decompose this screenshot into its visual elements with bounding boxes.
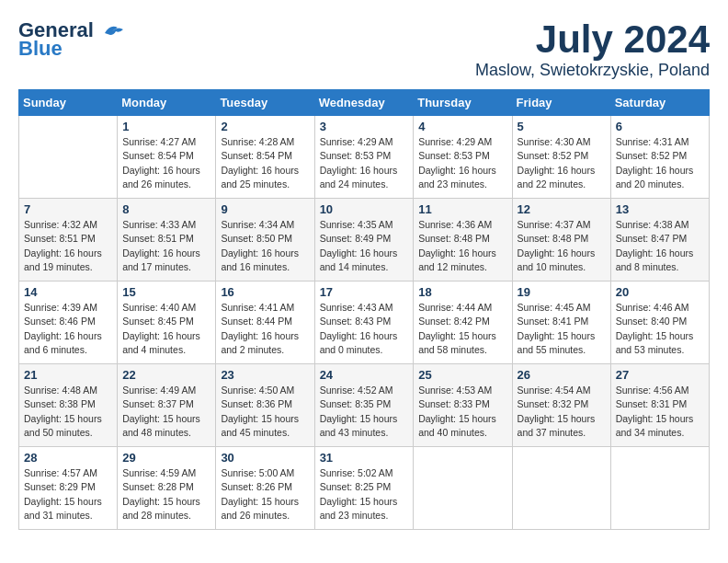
day-info: Sunrise: 4:28 AMSunset: 8:54 PMDaylight:…: [221, 135, 309, 191]
calendar-cell: 9Sunrise: 4:34 AMSunset: 8:50 PMDaylight…: [216, 199, 314, 282]
day-info: Sunrise: 4:50 AMSunset: 8:36 PMDaylight:…: [221, 384, 309, 440]
calendar-cell: 16Sunrise: 4:41 AMSunset: 8:44 PMDayligh…: [216, 282, 314, 364]
calendar-week-row: 7Sunrise: 4:32 AMSunset: 8:51 PMDaylight…: [19, 199, 710, 282]
month-year-title: July 2024: [475, 18, 710, 61]
calendar-cell: 13Sunrise: 4:38 AMSunset: 8:47 PMDayligh…: [610, 199, 709, 282]
day-number: 25: [418, 368, 506, 382]
day-number: 14: [24, 285, 112, 299]
calendar-cell: 23Sunrise: 4:50 AMSunset: 8:36 PMDayligh…: [216, 364, 314, 447]
calendar-cell: 11Sunrise: 4:36 AMSunset: 8:48 PMDayligh…: [414, 199, 512, 282]
day-info: Sunrise: 4:39 AMSunset: 8:46 PMDaylight:…: [24, 301, 112, 357]
calendar-cell: 27Sunrise: 4:56 AMSunset: 8:31 PMDayligh…: [610, 364, 709, 447]
day-number: 23: [221, 368, 309, 382]
day-info: Sunrise: 4:27 AMSunset: 8:54 PMDaylight:…: [122, 135, 210, 191]
day-number: 19: [518, 285, 606, 299]
calendar-cell: 21Sunrise: 4:48 AMSunset: 8:38 PMDayligh…: [19, 364, 118, 447]
calendar-cell: 22Sunrise: 4:49 AMSunset: 8:37 PMDayligh…: [118, 364, 216, 447]
day-info: Sunrise: 4:33 AMSunset: 8:51 PMDaylight:…: [122, 218, 210, 274]
calendar-cell: 15Sunrise: 4:40 AMSunset: 8:45 PMDayligh…: [118, 282, 216, 364]
day-info: Sunrise: 4:43 AMSunset: 8:43 PMDaylight:…: [320, 301, 409, 357]
day-info: Sunrise: 4:52 AMSunset: 8:35 PMDaylight:…: [320, 384, 409, 440]
day-info: Sunrise: 4:46 AMSunset: 8:40 PMDaylight:…: [616, 301, 704, 357]
day-number: 11: [418, 202, 506, 216]
calendar-cell: 20Sunrise: 4:46 AMSunset: 8:40 PMDayligh…: [610, 282, 709, 364]
calendar-cell: 26Sunrise: 4:54 AMSunset: 8:32 PMDayligh…: [512, 364, 610, 447]
day-number: 9: [221, 202, 309, 216]
day-info: Sunrise: 4:37 AMSunset: 8:48 PMDaylight:…: [518, 218, 606, 274]
day-info: Sunrise: 4:56 AMSunset: 8:31 PMDaylight:…: [616, 384, 704, 440]
day-number: 27: [616, 368, 704, 382]
day-number: 18: [418, 285, 506, 299]
calendar-cell: [19, 116, 118, 199]
day-info: Sunrise: 4:45 AMSunset: 8:41 PMDaylight:…: [518, 301, 606, 357]
calendar-cell: 28Sunrise: 4:57 AMSunset: 8:29 PMDayligh…: [19, 447, 118, 530]
day-info: Sunrise: 4:53 AMSunset: 8:33 PMDaylight:…: [418, 384, 506, 440]
calendar-cell: 30Sunrise: 5:00 AMSunset: 8:26 PMDayligh…: [216, 447, 314, 530]
day-info: Sunrise: 4:40 AMSunset: 8:45 PMDaylight:…: [122, 301, 210, 357]
day-info: Sunrise: 4:29 AMSunset: 8:53 PMDaylight:…: [320, 135, 409, 191]
day-number: 1: [122, 120, 210, 133]
day-number: 6: [616, 120, 704, 133]
calendar-cell: 12Sunrise: 4:37 AMSunset: 8:48 PMDayligh…: [512, 199, 610, 282]
day-number: 31: [320, 451, 409, 465]
location-subtitle: Maslow, Swietokrzyskie, Poland: [475, 61, 710, 80]
calendar-cell: 1Sunrise: 4:27 AMSunset: 8:54 PMDaylight…: [118, 116, 216, 199]
calendar-cell: 14Sunrise: 4:39 AMSunset: 8:46 PMDayligh…: [19, 282, 118, 364]
day-info: Sunrise: 4:34 AMSunset: 8:50 PMDaylight:…: [221, 218, 309, 274]
day-number: 2: [221, 120, 309, 133]
day-number: 13: [616, 202, 704, 216]
weekday-header-thursday: Thursday: [414, 90, 512, 116]
calendar-week-row: 21Sunrise: 4:48 AMSunset: 8:38 PMDayligh…: [19, 364, 710, 447]
page-header: General Blue July 2024 Maslow, Swietokrz…: [18, 18, 710, 80]
calendar-cell: [414, 447, 512, 530]
day-info: Sunrise: 4:36 AMSunset: 8:48 PMDaylight:…: [418, 218, 506, 274]
weekday-header-saturday: Saturday: [610, 90, 709, 116]
day-info: Sunrise: 4:31 AMSunset: 8:52 PMDaylight:…: [616, 135, 704, 191]
day-info: Sunrise: 4:49 AMSunset: 8:37 PMDaylight:…: [122, 384, 210, 440]
day-number: 12: [518, 202, 606, 216]
day-number: 21: [24, 368, 112, 382]
logo: General Blue: [18, 18, 127, 61]
day-number: 20: [616, 285, 704, 299]
day-number: 3: [320, 120, 409, 133]
day-number: 7: [24, 202, 112, 216]
weekday-header-friday: Friday: [512, 90, 610, 116]
day-info: Sunrise: 4:35 AMSunset: 8:49 PMDaylight:…: [320, 218, 409, 274]
day-info: Sunrise: 5:02 AMSunset: 8:25 PMDaylight:…: [320, 466, 409, 523]
calendar-cell: 3Sunrise: 4:29 AMSunset: 8:53 PMDaylight…: [314, 116, 414, 199]
logo-bird-icon: [97, 20, 127, 40]
calendar-cell: 31Sunrise: 5:02 AMSunset: 8:25 PMDayligh…: [314, 447, 414, 530]
day-number: 10: [320, 202, 409, 216]
day-number: 30: [221, 451, 309, 465]
day-info: Sunrise: 4:54 AMSunset: 8:32 PMDaylight:…: [518, 384, 606, 440]
calendar-cell: 29Sunrise: 4:59 AMSunset: 8:28 PMDayligh…: [118, 447, 216, 530]
day-info: Sunrise: 4:30 AMSunset: 8:52 PMDaylight:…: [518, 135, 606, 191]
calendar-table: SundayMondayTuesdayWednesdayThursdayFrid…: [18, 89, 710, 530]
day-info: Sunrise: 4:32 AMSunset: 8:51 PMDaylight:…: [24, 218, 112, 274]
calendar-week-row: 28Sunrise: 4:57 AMSunset: 8:29 PMDayligh…: [19, 447, 710, 530]
day-info: Sunrise: 4:48 AMSunset: 8:38 PMDaylight:…: [24, 384, 112, 440]
weekday-header-tuesday: Tuesday: [216, 90, 314, 116]
day-info: Sunrise: 4:41 AMSunset: 8:44 PMDaylight:…: [221, 301, 309, 357]
calendar-cell: 5Sunrise: 4:30 AMSunset: 8:52 PMDaylight…: [512, 116, 610, 199]
day-number: 5: [518, 120, 606, 133]
day-number: 4: [418, 120, 506, 133]
calendar-cell: 8Sunrise: 4:33 AMSunset: 8:51 PMDaylight…: [118, 199, 216, 282]
calendar-week-row: 1Sunrise: 4:27 AMSunset: 8:54 PMDaylight…: [19, 116, 710, 199]
day-number: 8: [122, 202, 210, 216]
day-number: 15: [122, 285, 210, 299]
day-number: 16: [221, 285, 309, 299]
day-number: 24: [320, 368, 409, 382]
calendar-cell: 10Sunrise: 4:35 AMSunset: 8:49 PMDayligh…: [314, 199, 414, 282]
weekday-header-wednesday: Wednesday: [314, 90, 414, 116]
calendar-cell: 18Sunrise: 4:44 AMSunset: 8:42 PMDayligh…: [414, 282, 512, 364]
day-number: 17: [320, 285, 409, 299]
calendar-cell: 6Sunrise: 4:31 AMSunset: 8:52 PMDaylight…: [610, 116, 709, 199]
weekday-header-sunday: Sunday: [19, 90, 118, 116]
weekday-header-row: SundayMondayTuesdayWednesdayThursdayFrid…: [19, 90, 710, 116]
day-number: 26: [518, 368, 606, 382]
weekday-header-monday: Monday: [118, 90, 216, 116]
day-info: Sunrise: 4:59 AMSunset: 8:28 PMDaylight:…: [122, 466, 210, 523]
day-info: Sunrise: 4:29 AMSunset: 8:53 PMDaylight:…: [418, 135, 506, 191]
calendar-cell: [610, 447, 709, 530]
